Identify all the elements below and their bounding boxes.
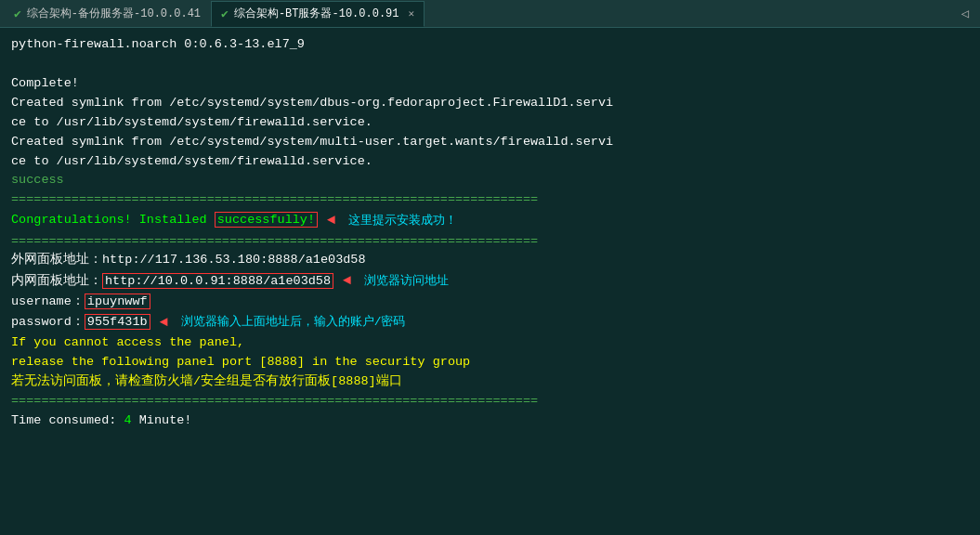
username-label: username：ipuynwwf (11, 293, 150, 312)
line-outer-panel: 外网面板地址：http://117.136.53.180:8888/a1e03d… (11, 251, 969, 270)
inner-panel-label: 内网面板地址：http://10.0.0.91:8888/a1e03d58 (11, 272, 333, 292)
line-symlink2: Created symlink from /etc/systemd/system… (11, 133, 969, 152)
success-highlight: successfully! (215, 212, 318, 228)
arrow-icon-1: ◄ (327, 210, 335, 231)
line-inner-panel-row: 内网面板地址：http://10.0.0.91:8888/a1e03d58 ◄ … (11, 270, 969, 292)
line-warn3: 若无法访问面板，请检查防火墙/安全组是否有放行面板[8888]端口 (11, 372, 969, 392)
line-time-row: Time consumed: 4 Minute! (11, 411, 969, 431)
line-success: success (11, 171, 969, 190)
check-icon-2: ✔ (221, 7, 229, 21)
time-text: Time consumed: 4 Minute! (11, 411, 191, 431)
line-symlink1: Created symlink from /etc/systemd/system… (11, 94, 969, 113)
line-python-firewall: python-firewall.noarch 0:0.6.3-13.el7_9 (11, 35, 969, 55)
time-value: 4 (124, 413, 132, 427)
tab-bt-server[interactable]: ✔ 综合架构-BT服务器-10.0.0.91 ✕ (211, 1, 425, 27)
line-complete: Complete! (11, 74, 969, 94)
password-value: 955f431b (85, 314, 150, 330)
check-icon-1: ✔ (14, 7, 21, 21)
line-sep3: ========================================… (11, 392, 969, 411)
line-congrats-row: Congratulations! Installed successfully!… (11, 210, 969, 231)
line-warn1: If you cannot access the panel, (11, 333, 969, 353)
line-blank-1 (11, 55, 969, 74)
line-sep2: ========================================… (11, 232, 969, 252)
line-symlink1b: ce to /usr/lib/systemd/system/firewalld.… (11, 113, 969, 133)
line-sep1: ========================================… (11, 190, 969, 210)
arrow-icon-3: ◄ (160, 312, 168, 333)
line-username-row: username：ipuynwwf (11, 293, 969, 312)
username-value: ipuynwwf (85, 294, 150, 309)
line-symlink2b: ce to /usr/lib/systemd/system/firewalld.… (11, 152, 969, 172)
congrats-annotation-text: 这里提示安装成功！ (348, 212, 457, 230)
password-annotation: ◄ 浏览器输入上面地址后，输入的账户/密码 (160, 312, 406, 333)
tab-backup-server[interactable]: ✔ 综合架构-备份服务器-10.0.0.41 (4, 1, 211, 27)
inner-panel-annotation-text: 浏览器访问地址 (364, 272, 449, 291)
tab-label-1: 综合架构-备份服务器-10.0.0.41 (27, 6, 201, 21)
tab-bar: ✔ 综合架构-备份服务器-10.0.0.41 ✔ 综合架构-BT服务器-10.0… (0, 0, 980, 28)
inner-panel-annotation: ◄ 浏览器访问地址 (343, 270, 449, 292)
inner-panel-url: http://10.0.0.91:8888/a1e03d58 (102, 273, 333, 289)
arrow-icon-2: ◄ (343, 270, 351, 292)
password-annotation-text: 浏览器输入上面地址后，输入的账户/密码 (181, 313, 406, 332)
congrats-annotation: ◄ 这里提示安装成功！ (327, 210, 457, 231)
close-icon[interactable]: ✕ (409, 7, 415, 20)
line-password-row: password：955f431b ◄ 浏览器输入上面地址后，输入的账户/密码 (11, 312, 969, 333)
tab-label-2: 综合架构-BT服务器-10.0.0.91 (234, 6, 399, 21)
line-warn2: release the following panel port [8888] … (11, 353, 969, 372)
tab-scroll-arrow[interactable]: ◁ (954, 6, 976, 21)
congrats-text: Congratulations! Installed successfully! (11, 211, 318, 230)
password-label: password：955f431b (11, 313, 150, 333)
terminal-output: python-firewall.noarch 0:0.6.3-13.el7_9 … (0, 28, 980, 535)
